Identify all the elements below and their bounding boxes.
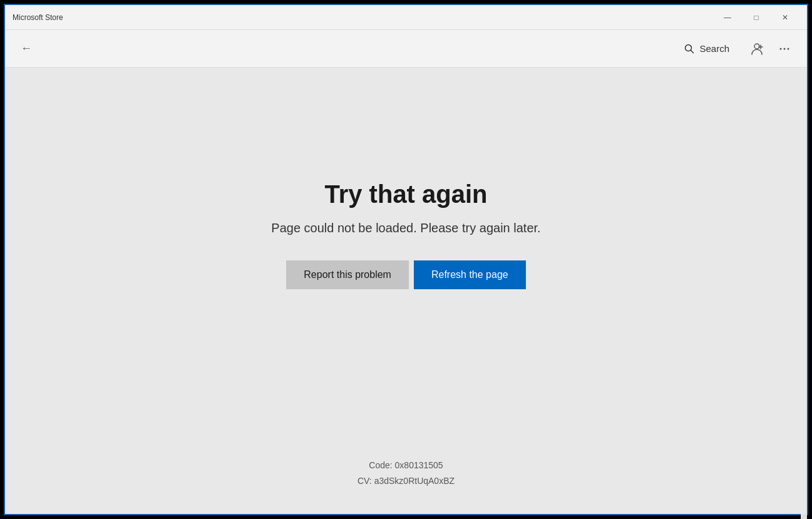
svg-point-6	[784, 48, 786, 49]
maximize-icon: □	[754, 13, 758, 22]
main-content: Try that again Page could not be loaded.…	[5, 68, 807, 514]
svg-point-2	[754, 44, 759, 49]
error-subtitle: Page could not be loaded. Please try aga…	[271, 221, 540, 235]
close-button[interactable]: ✕	[771, 8, 799, 28]
more-button[interactable]	[772, 36, 797, 61]
minimize-button[interactable]: —	[713, 8, 742, 28]
error-cv: CV: a3dSkz0RtUqA0xBZ	[357, 473, 455, 489]
svg-point-5	[780, 48, 782, 49]
error-codes: Code: 0x80131505 CV: a3dSkz0RtUqA0xBZ	[357, 458, 455, 489]
window-controls: — □ ✕	[713, 8, 799, 28]
search-button[interactable]: Search	[672, 38, 742, 59]
back-icon: ←	[21, 42, 32, 55]
title-bar: Microsoft Store — □ ✕	[5, 5, 807, 30]
more-icon	[778, 43, 791, 55]
svg-line-1	[691, 50, 694, 53]
microsoft-store-window: Microsoft Store — □ ✕ ← Search	[4, 4, 808, 515]
refresh-page-button[interactable]: Refresh the page	[414, 260, 526, 289]
svg-point-7	[788, 48, 789, 49]
back-button[interactable]: ←	[15, 38, 38, 60]
action-buttons: Report this problem Refresh the page	[286, 260, 525, 289]
account-button[interactable]	[744, 36, 769, 61]
search-label: Search	[699, 43, 729, 54]
search-icon	[684, 44, 694, 54]
account-icon	[750, 42, 764, 56]
nav-actions: Search	[672, 36, 797, 61]
error-title: Try that again	[324, 180, 487, 208]
window-title: Microsoft Store	[13, 13, 713, 22]
close-icon: ✕	[782, 13, 788, 22]
minimize-icon: —	[724, 13, 731, 22]
error-code: Code: 0x80131505	[357, 458, 455, 473]
nav-bar: ← Search	[5, 30, 807, 68]
report-problem-button[interactable]: Report this problem	[286, 260, 409, 289]
maximize-button[interactable]: □	[742, 8, 771, 28]
